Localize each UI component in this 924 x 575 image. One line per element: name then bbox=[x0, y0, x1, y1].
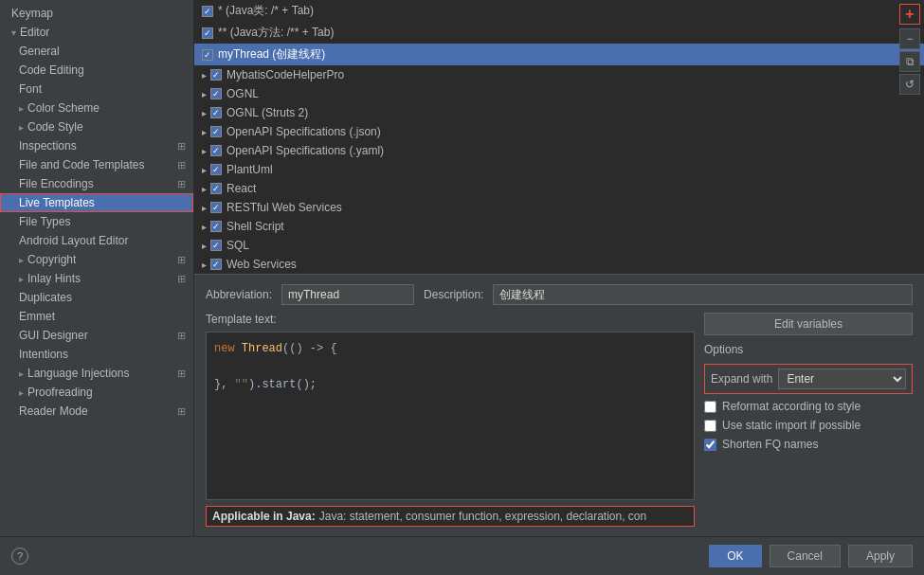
applicable-row: Applicable in Java: Java: statement, con… bbox=[206, 506, 695, 527]
edit-variables-button[interactable]: Edit variables bbox=[704, 313, 913, 335]
copy-template-button[interactable]: ⧉ bbox=[899, 51, 920, 72]
help-button[interactable]: ? bbox=[11, 548, 28, 565]
reformat-checkbox[interactable] bbox=[704, 401, 716, 413]
sidebar-item-code-style[interactable]: ▸ Code Style bbox=[0, 117, 193, 136]
tree-item-checkbox[interactable]: ✓ bbox=[210, 126, 222, 137]
sidebar-item-emmet[interactable]: Emmet bbox=[0, 307, 193, 326]
tree-item-checkbox[interactable]: ✓ bbox=[210, 164, 222, 175]
sidebar-item-label: Emmet bbox=[19, 310, 55, 323]
tree-item-ognl[interactable]: ▸ ✓ OGNL bbox=[194, 84, 924, 103]
tree-item-shell[interactable]: ▸ ✓ Shell Script bbox=[194, 217, 924, 236]
sidebar-item-file-code-templates[interactable]: File and Code Templates ⊞ bbox=[0, 155, 193, 174]
sidebar-item-label: Editor bbox=[20, 26, 49, 39]
tree-item-checkbox[interactable]: ✓ bbox=[202, 27, 213, 39]
tree-item-checkbox[interactable]: ✓ bbox=[210, 145, 222, 156]
tree-item-webservices[interactable]: ▸ ✓ Web Services bbox=[194, 255, 924, 274]
expand-with-label: Expand with bbox=[711, 372, 772, 386]
sidebar-item-intentions[interactable]: Intentions bbox=[0, 345, 193, 364]
sidebar-item-gui-designer[interactable]: GUI Designer ⊞ bbox=[0, 326, 193, 345]
tree-item-java-doublestar[interactable]: ✓ ** (Java方法: /** + Tab) bbox=[194, 22, 924, 44]
sidebar-item-label: File Types bbox=[19, 215, 70, 228]
sidebar-item-file-encodings[interactable]: File Encodings ⊞ bbox=[0, 174, 193, 193]
tree-item-ognl-struts[interactable]: ▸ ✓ OGNL (Struts 2) bbox=[194, 103, 924, 122]
tree-item-checkbox[interactable]: ✓ bbox=[210, 88, 222, 99]
tree-item-mybatis[interactable]: ▸ ✓ MybatisCodeHelperPro bbox=[194, 65, 924, 84]
abbreviation-row: Abbreviation: Description: bbox=[206, 284, 913, 305]
static-import-checkbox[interactable] bbox=[704, 420, 716, 432]
tree-item-checkbox[interactable]: ✓ bbox=[210, 202, 222, 213]
settings-icon: ⊞ bbox=[177, 405, 186, 418]
template-section: Template text: new Thread(() -> { }, "")… bbox=[206, 313, 913, 527]
cancel-button[interactable]: Cancel bbox=[770, 545, 841, 567]
code-editor[interactable]: new Thread(() -> { }, "").start(); bbox=[206, 332, 695, 500]
abbreviation-label: Abbreviation: bbox=[206, 288, 272, 301]
tree-item-label: myThread (创建线程) bbox=[218, 46, 325, 63]
tree-item-checkbox[interactable]: ✓ bbox=[210, 259, 222, 270]
sidebar-item-keymap[interactable]: Keymap bbox=[0, 4, 193, 23]
tree-item-sql[interactable]: ▸ ✓ SQL bbox=[194, 236, 924, 255]
sidebar-item-general[interactable]: General bbox=[0, 42, 193, 61]
chevron-right-icon: ▸ bbox=[19, 387, 24, 398]
tree-item-react[interactable]: ▸ ✓ React bbox=[194, 179, 924, 198]
tree-item-checkbox[interactable]: ✓ bbox=[210, 69, 222, 81]
sidebar-item-label: Inlay Hints bbox=[27, 272, 81, 285]
abbreviation-input[interactable] bbox=[281, 284, 414, 305]
tree-item-openapi-json[interactable]: ▸ ✓ OpenAPI Specifications (.json) bbox=[194, 122, 924, 141]
dialog-footer: ? OK Cancel Apply bbox=[0, 536, 924, 575]
tree-item-checkbox[interactable]: ✓ bbox=[202, 6, 213, 17]
sidebar-item-file-types[interactable]: File Types bbox=[0, 212, 193, 231]
settings-icon: ⊞ bbox=[177, 140, 186, 153]
add-template-button[interactable]: + bbox=[899, 4, 920, 25]
tree-item-checkbox[interactable]: ✓ bbox=[210, 107, 222, 118]
tree-item-java-star[interactable]: ✓ * (Java类: /* + Tab) bbox=[194, 0, 924, 22]
tree-item-label: Web Services bbox=[226, 258, 297, 271]
expand-with-select[interactable]: Enter Tab Space bbox=[778, 368, 906, 389]
shorten-fq-checkbox[interactable] bbox=[704, 439, 716, 451]
reset-template-button[interactable]: ↺ bbox=[899, 74, 920, 95]
sidebar-item-code-editing[interactable]: Code Editing bbox=[0, 61, 193, 80]
description-input[interactable] bbox=[493, 284, 913, 305]
tree-item-checkbox[interactable]: ✓ bbox=[210, 221, 222, 232]
template-left: Template text: new Thread(() -> { }, "")… bbox=[206, 313, 695, 527]
tree-area: + − ⧉ ↺ ✓ * (Java类: /* + Tab) ✓ ** (Java… bbox=[194, 0, 924, 275]
sidebar-item-inlay-hints[interactable]: ▸ Inlay Hints ⊞ bbox=[0, 269, 193, 288]
settings-icon: ⊞ bbox=[177, 254, 186, 266]
settings-icon: ⊞ bbox=[177, 330, 186, 342]
sidebar-item-editor[interactable]: ▾ Editor bbox=[0, 23, 193, 42]
sidebar-item-copyright[interactable]: ▸ Copyright ⊞ bbox=[0, 250, 193, 269]
remove-template-button[interactable]: − bbox=[899, 28, 920, 49]
sidebar-item-android-layout-editor[interactable]: Android Layout Editor bbox=[0, 231, 193, 250]
tree-item-label: React bbox=[226, 182, 256, 195]
sidebar-item-duplicates[interactable]: Duplicates bbox=[0, 288, 193, 307]
chevron-right-icon: ▸ bbox=[202, 70, 207, 81]
sidebar-item-inspections[interactable]: Inspections ⊞ bbox=[0, 136, 193, 155]
chevron-right-icon: ▸ bbox=[19, 274, 24, 284]
sidebar-item-label: Duplicates bbox=[19, 291, 72, 304]
ok-button[interactable]: OK bbox=[709, 545, 761, 567]
tree-item-restful[interactable]: ▸ ✓ RESTful Web Services bbox=[194, 198, 924, 217]
tree-item-openapi-yaml[interactable]: ▸ ✓ OpenAPI Specifications (.yaml) bbox=[194, 141, 924, 160]
settings-dialog: Keymap ▾ Editor General Code Editing Fon… bbox=[0, 0, 924, 575]
sidebar-item-reader-mode[interactable]: Reader Mode ⊞ bbox=[0, 402, 193, 421]
tree-item-checkbox[interactable]: ✓ bbox=[210, 183, 222, 194]
sidebar-item-label: Color Scheme bbox=[27, 101, 100, 115]
sidebar-item-live-templates[interactable]: Live Templates bbox=[0, 193, 193, 212]
tree-item-checkbox[interactable]: ✓ bbox=[202, 49, 213, 61]
sidebar-item-label: Inspections bbox=[19, 139, 77, 153]
sidebar-item-proofreading[interactable]: ▸ Proofreading bbox=[0, 383, 193, 402]
tree-item-plantuml[interactable]: ▸ ✓ PlantUml bbox=[194, 160, 924, 179]
sidebar-item-label: Copyright bbox=[27, 253, 76, 266]
tree-item-mythread[interactable]: ✓ myThread (创建线程) bbox=[194, 44, 924, 65]
tree-item-label: MybatisCodeHelperPro bbox=[226, 68, 344, 81]
expand-with-row: Expand with Enter Tab Space bbox=[704, 364, 913, 394]
sidebar-item-label: File Encodings bbox=[19, 177, 94, 190]
sidebar-item-font[interactable]: Font bbox=[0, 80, 193, 99]
chevron-right-icon: ▸ bbox=[202, 89, 207, 99]
applicable-value: Java: statement, consumer function, expr… bbox=[319, 510, 647, 523]
apply-button[interactable]: Apply bbox=[848, 545, 913, 567]
tree-item-label: Shell Script bbox=[226, 220, 284, 233]
sidebar-item-color-scheme[interactable]: ▸ Color Scheme bbox=[0, 99, 193, 117]
tree-item-checkbox[interactable]: ✓ bbox=[210, 240, 222, 251]
sidebar-item-language-injections[interactable]: ▸ Language Injections ⊞ bbox=[0, 364, 193, 383]
sidebar-item-label: Reader Mode bbox=[19, 404, 88, 418]
